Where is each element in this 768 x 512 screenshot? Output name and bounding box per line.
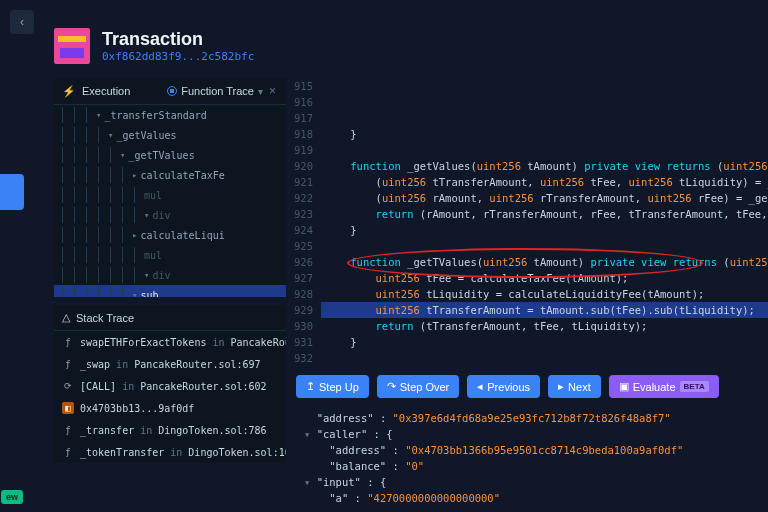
- page-header: Transaction 0xf862dd83f9...2c582bfc: [0, 0, 768, 78]
- stack-title: Stack Trace: [76, 312, 134, 324]
- back-button[interactable]: ‹: [10, 10, 34, 34]
- stack-frame[interactable]: ƒ_tokenTransfer in DingoToken.sol:1045: [54, 441, 286, 463]
- code-line: return (rAmount, rTransferAmount, rFee, …: [321, 206, 768, 222]
- toggle-icon[interactable]: ▾: [120, 150, 125, 160]
- frame-name: _swap: [80, 359, 110, 370]
- rail-new-tag[interactable]: ew: [1, 490, 23, 504]
- trace-label: div: [152, 210, 170, 221]
- frame-location: PancakeRouter.sol:602: [140, 381, 266, 392]
- in-label: in: [170, 447, 182, 458]
- frame-name: 0x4703bb13...9af0df: [80, 403, 194, 414]
- trace-node[interactable]: ▾_getTValues: [54, 145, 286, 165]
- stack-frame[interactable]: ƒswapETHForExactTokens in PancakeRoute: [54, 331, 286, 353]
- function-icon: ƒ: [62, 358, 74, 370]
- stack-frame[interactable]: ◧0x4703bb13...9af0df: [54, 397, 286, 419]
- code-line: [321, 142, 768, 158]
- caret-left-icon: ◂: [477, 380, 483, 393]
- close-icon[interactable]: ×: [267, 84, 278, 98]
- caret-right-icon: ▸: [558, 380, 564, 393]
- code-line: (uint256 rAmount, uint256 rTransferAmoun…: [321, 190, 768, 206]
- next-button[interactable]: ▸Next: [548, 375, 601, 398]
- previous-button[interactable]: ◂Previous: [467, 375, 540, 398]
- stack-trace-list: ƒswapETHForExactTokens in PancakeRouteƒ_…: [54, 331, 286, 463]
- trace-node[interactable]: ▾sub: [54, 285, 286, 297]
- code-line: uint256 tTransferAmount = tAmount.sub(tF…: [321, 302, 768, 318]
- execution-title: Execution: [82, 85, 130, 97]
- trace-node[interactable]: ▾_transferStandard: [54, 105, 286, 125]
- code-viewer[interactable]: 9159169179189199209219229239249259269279…: [286, 78, 768, 367]
- frame-name: _tokenTransfer: [80, 447, 164, 458]
- toggle-icon[interactable]: ▾: [132, 290, 137, 297]
- stack-trace-panel: △ Stack Trace ƒswapETHForExactTokens in …: [54, 305, 286, 463]
- frame-name: [CALL]: [80, 381, 116, 392]
- function-trace-tree: ▾_transferStandard▾_getValues▾_getTValue…: [54, 105, 286, 297]
- page-title: Transaction: [102, 29, 254, 51]
- trace-label: calculateLiqui: [140, 230, 224, 241]
- trace-node[interactable]: ▸calculateLiqui: [54, 225, 286, 245]
- code-lines: } function _getValues(uint256 tAmount) p…: [321, 78, 768, 367]
- in-label: in: [212, 337, 224, 348]
- toggle-icon[interactable]: ▾: [144, 270, 149, 280]
- call-icon: ⟳: [62, 380, 74, 392]
- in-label: in: [116, 359, 128, 370]
- toggle-icon[interactable]: ▾: [96, 110, 101, 120]
- frame-location: PancakeRouter.sol:697: [134, 359, 260, 370]
- trace-label: mul: [144, 190, 162, 201]
- arrow-up-icon: ↥: [306, 380, 315, 393]
- code-line: }: [321, 222, 768, 238]
- function-icon: ƒ: [62, 446, 74, 458]
- code-line: uint256 tLiquidity = calculateLiquidityF…: [321, 286, 768, 302]
- stack-frame[interactable]: ⟳[CALL] in PancakeRouter.sol:602: [54, 375, 286, 397]
- step-up-button[interactable]: ↥Step Up: [296, 375, 369, 398]
- code-line: function _getTValues(uint256 tAmount) pr…: [321, 254, 768, 270]
- in-label: in: [140, 425, 152, 436]
- rail-tab-button[interactable]: [0, 174, 24, 210]
- trace-node[interactable]: ▾div: [54, 265, 286, 285]
- trace-label: _transferStandard: [104, 110, 206, 121]
- trace-node[interactable]: ▾_getValues: [54, 125, 286, 145]
- frame-name: _transfer: [80, 425, 134, 436]
- inspector-output[interactable]: "address" : "0x397e6d4fd68a9e25e93fc712b…: [286, 406, 768, 510]
- debugger-toolbar: ↥Step Up ↷Step Over ◂Previous ▸Next ▣Eva…: [286, 367, 768, 406]
- trace-node[interactable]: mul: [54, 185, 286, 205]
- function-icon: ƒ: [62, 424, 74, 436]
- transaction-identicon: [54, 28, 90, 64]
- mode-label[interactable]: Function Trace: [181, 85, 254, 97]
- toggle-icon[interactable]: ▾: [108, 130, 113, 140]
- in-label: in: [122, 381, 134, 392]
- stack-frame[interactable]: ƒ_swap in PancakeRouter.sol:697: [54, 353, 286, 375]
- code-line: [321, 238, 768, 254]
- left-rail: ew: [0, 78, 24, 510]
- trace-node[interactable]: ▸calculateTaxFe: [54, 165, 286, 185]
- line-gutter: 9159169179189199209219229239249259269279…: [286, 78, 321, 367]
- frame-name: swapETHForExactTokens: [80, 337, 206, 348]
- trace-label: div: [152, 270, 170, 281]
- execution-panel: ⚡ Execution Function Trace ▾ × ▾_transfe…: [54, 78, 286, 297]
- toggle-icon[interactable]: ▸: [132, 230, 137, 240]
- step-over-button[interactable]: ↷Step Over: [377, 375, 460, 398]
- trace-label: _getTValues: [128, 150, 194, 161]
- code-line: }: [321, 126, 768, 142]
- code-line: function _getValues(uint256 tAmount) pri…: [321, 158, 768, 174]
- frame-location: DingoToken.sol:786: [158, 425, 266, 436]
- code-line: return (tTransferAmount, tFee, tLiquidit…: [321, 318, 768, 334]
- arrow-over-icon: ↷: [387, 380, 396, 393]
- lightning-icon: ⚡: [62, 85, 76, 98]
- chevron-down-icon[interactable]: ▾: [258, 86, 263, 97]
- code-line: uint256 tFee = calculateTaxFee(tAmount);: [321, 270, 768, 286]
- trace-node[interactable]: ▾div: [54, 205, 286, 225]
- frame-location: DingoToken.sol:1045: [188, 447, 286, 458]
- frame-location: PancakeRoute: [230, 337, 286, 348]
- stack-frame[interactable]: ƒ_transfer in DingoToken.sol:786: [54, 419, 286, 441]
- chevron-left-icon: ‹: [20, 15, 24, 29]
- code-line: }: [321, 334, 768, 350]
- trace-node[interactable]: mul: [54, 245, 286, 265]
- function-icon: ƒ: [62, 336, 74, 348]
- code-line: function _getRValues(uint256 tAmount, ui…: [321, 366, 768, 367]
- evaluate-button[interactable]: ▣Evaluate BETA: [609, 375, 719, 398]
- toggle-icon[interactable]: ▾: [144, 210, 149, 220]
- toggle-icon[interactable]: ▸: [132, 170, 137, 180]
- code-line: (uint256 tTransferAmount, uint256 tFee, …: [321, 174, 768, 190]
- transaction-hash[interactable]: 0xf862dd83f9...2c582bfc: [102, 50, 254, 63]
- mode-radio[interactable]: [167, 86, 177, 96]
